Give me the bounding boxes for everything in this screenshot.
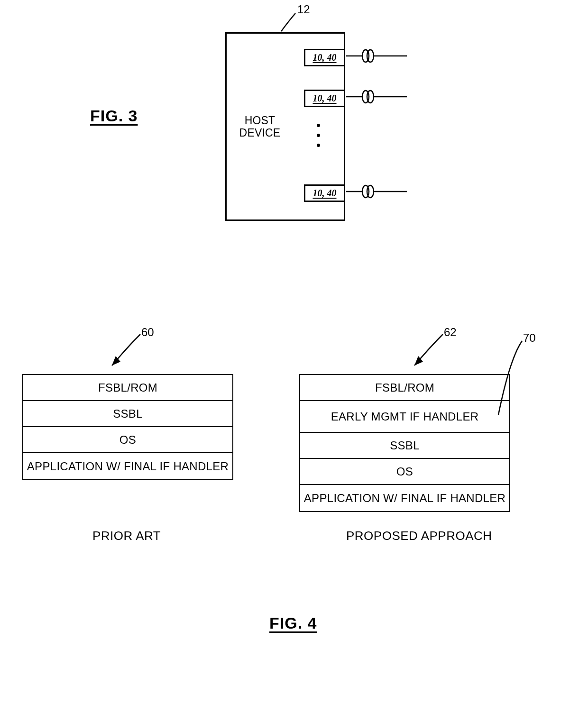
module-box-1: 10, 40 (304, 49, 345, 66)
stack-row-early-mgmt: EARLY MGMT IF HANDLER (300, 401, 509, 433)
prior-art-stack: FSBL/ROM SSBL OS APPLICATION W/ FINAL IF… (22, 374, 233, 480)
ref-62-arrow: 62 (407, 329, 459, 378)
stack-row-app: APPLICATION W/ FINAL IF HANDLER (300, 485, 509, 511)
host-label-line1: HOST (245, 114, 276, 127)
svg-point-10 (367, 185, 374, 198)
module-label: 10, 40 (313, 188, 337, 199)
svg-point-6 (367, 91, 374, 103)
module-box-2: 10, 40 (304, 90, 345, 107)
ref-60-label: 60 (141, 326, 154, 339)
dot-icon (317, 134, 320, 137)
fiber-icon-2 (346, 90, 408, 104)
stack-row-os: OS (23, 427, 232, 453)
dot-icon (317, 144, 320, 147)
ref-62-label: 62 (444, 326, 457, 339)
stack-row-app: APPLICATION W/ FINAL IF HANDLER (23, 453, 232, 479)
stack-row-ssbl: SSBL (300, 433, 509, 459)
ref-70-label: 70 (523, 331, 536, 345)
host-device-label: HOST DEVICE (239, 114, 281, 139)
stack-row-fsbl: FSBL/ROM (23, 375, 232, 401)
figure-3-title: FIG. 3 (90, 107, 138, 125)
module-box-3: 10, 40 (304, 184, 345, 202)
ref-60-arrow: 60 (104, 329, 156, 378)
module-label: 10, 40 (313, 52, 337, 63)
ref-12-label: 12 (297, 3, 310, 16)
fiber-icon-3 (346, 184, 408, 199)
proposed-stack: FSBL/ROM EARLY MGMT IF HANDLER SSBL OS A… (299, 374, 510, 512)
host-device-box: HOST DEVICE 10, 40 10, 40 10, 40 (225, 32, 345, 221)
figure-4-title: FIG. 4 (269, 614, 317, 632)
dot-icon (317, 124, 320, 127)
proposed-caption: PROPOSED APPROACH (346, 529, 492, 543)
svg-point-2 (367, 50, 374, 62)
host-label-line2: DEVICE (239, 127, 281, 139)
stack-row-os: OS (300, 459, 509, 485)
prior-art-caption: PRIOR ART (92, 529, 161, 543)
fiber-icon-1 (346, 49, 408, 63)
module-label: 10, 40 (313, 93, 337, 104)
stack-row-fsbl: FSBL/ROM (300, 375, 509, 401)
stack-row-ssbl: SSBL (23, 401, 232, 427)
ellipsis-dots (317, 124, 320, 147)
